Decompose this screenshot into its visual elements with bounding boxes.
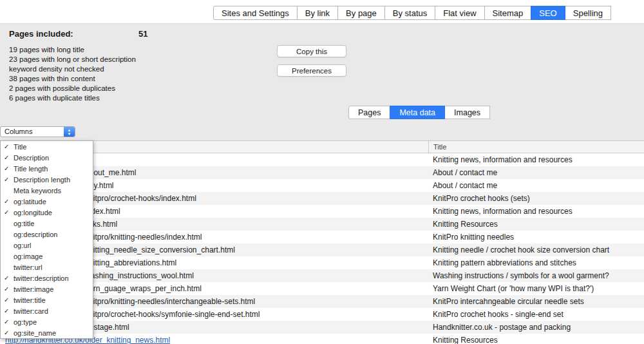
title-cell: KnitPro crochet hooks (sets): [428, 192, 644, 205]
columns-menu-item-label: twitter:image: [14, 285, 53, 293]
columns-menu-item[interactable]: ✓ Description: [1, 152, 93, 163]
result-view-segment[interactable]: Meta data: [390, 106, 445, 119]
table-row[interactable]: http://handknitter.co.uk/knitting_abbrev…: [0, 256, 644, 269]
top-tab[interactable]: Flat view: [435, 6, 484, 20]
columns-menu-item[interactable]: ✓ og:longitude: [1, 207, 93, 218]
top-tab[interactable]: Sites and Settings: [213, 6, 298, 20]
columns-menu-item[interactable]: ✓ twitter:card: [1, 305, 93, 316]
checkmark-icon: ✓: [1, 176, 14, 183]
top-tab[interactable]: By link: [297, 6, 338, 20]
title-cell: Handknitter.co.uk - postage and packing: [428, 321, 644, 334]
top-tab[interactable]: SEO: [531, 6, 565, 20]
table-row[interactable]: http://handknitter.co.uk/yarn_guage_wrap…: [0, 282, 644, 295]
table-row[interactable]: http://handknitter.co.uk/index.html Knit…: [0, 205, 644, 218]
columns-menu-item[interactable]: ✓ twitter:image: [1, 283, 93, 294]
summary-stat-line: keyword density not checked: [9, 64, 136, 74]
columns-menu-item[interactable]: ✓ og:latitude: [1, 196, 93, 207]
top-tab[interactable]: By status: [384, 6, 435, 20]
columns-menu-item[interactable]: og:title: [1, 218, 93, 229]
preferences-button[interactable]: Preferences: [277, 64, 346, 77]
title-cell: Knitting pattern abbreviations and stitc…: [428, 256, 644, 269]
title-cell: KnitPro intercahngeable circular needle …: [428, 295, 644, 308]
columns-menu-item[interactable]: Meta keywords: [1, 185, 93, 196]
columns-menu-item-label: og:type: [14, 318, 37, 326]
table-row[interactable]: http://handknitter.co.uk/knitpro/knittin…: [0, 295, 644, 308]
columns-popup-button[interactable]: Columns ▲ ▼: [0, 126, 75, 137]
columns-menu-item-label: twitter:description: [14, 274, 69, 282]
table-row[interactable]: http://handknitter.co.uk/knitpro/crochet…: [0, 192, 644, 205]
title-cell: Knitting news, information and resources: [428, 205, 644, 218]
result-view-segment[interactable]: Pages: [348, 106, 390, 119]
columns-menu-item-label: twitter:url: [14, 263, 43, 271]
top-tab[interactable]: Sitemap: [484, 6, 532, 20]
title-cell: About / contact me: [428, 179, 644, 192]
checkmark-icon: ✓: [1, 285, 14, 292]
columns-popup-label: Columns: [1, 127, 64, 137]
table-row[interactable]: http://handknitter.co.uk Knitting news, …: [0, 153, 644, 166]
columns-menu-item-label: og:title: [14, 220, 34, 227]
seo-audit-window: Sites and SettingsBy linkBy pageBy statu…: [0, 0, 644, 344]
checkmark-icon: ✓: [1, 165, 14, 172]
title-cell: Washing instructions / symbols for a woo…: [428, 269, 644, 282]
columns-menu-item[interactable]: twitter:url: [1, 262, 93, 272]
columns-menu-item[interactable]: ✓ twitter:description: [1, 272, 93, 283]
columns-menu-item-label: og:latitude: [14, 198, 46, 205]
columns-dropdown-menu: ✓ Title ✓ Description ✓ Title length ✓ D…: [0, 140, 93, 339]
title-cell: KnitPro knitting needles: [428, 231, 644, 244]
top-tab[interactable]: By page: [337, 6, 385, 20]
columns-menu-item-label: Description: [14, 154, 49, 162]
columns-menu-item[interactable]: og:description: [1, 229, 93, 240]
columns-menu-item-label: twitter:title: [14, 296, 46, 304]
summary-stat-line: 23 pages with long or short description: [9, 55, 136, 64]
checkmark-icon: ✓: [1, 307, 14, 314]
title-cell: Yarn Weight Chart (or 'how many WPI is t…: [428, 282, 644, 295]
columns-menu-item-label: Meta keywords: [14, 187, 61, 195]
copy-this-button[interactable]: Copy this: [277, 45, 346, 57]
summary-stat-line: 6 pages with duplicate titles: [9, 93, 136, 103]
columns-menu-item-label: Title length: [14, 165, 48, 173]
checkmark-icon: ✓: [1, 209, 14, 216]
title-cell: KnitPro crochet hooks - single-end set: [428, 308, 644, 321]
top-tab[interactable]: Spelling: [565, 6, 611, 20]
checkmark-icon: ✓: [1, 154, 14, 161]
columns-menu-item-label: twitter:card: [14, 307, 48, 315]
columns-menu-item[interactable]: og:url: [1, 240, 93, 251]
result-view-segmented-control: PagesMeta dataImages: [348, 106, 490, 119]
title-cell: Knitting needle / crochet hook size conv…: [428, 244, 644, 256]
table-row[interactable]: http://handknitter.co.uk/knitpro/crochet…: [0, 308, 644, 321]
columns-menu-item[interactable]: ✓ Title: [1, 141, 93, 152]
table-row[interactable]: http://handknitter.co.uk/postage.html Ha…: [0, 321, 644, 334]
columns-menu-item-label: og:description: [14, 231, 58, 238]
columns-menu-item-label: og:url: [14, 242, 32, 249]
table-row[interactable]: http://handknitter.co.uk/links.html Knit…: [0, 218, 644, 231]
summary-stats: 19 pages with long title23 pages with lo…: [9, 45, 136, 103]
checkmark-icon: ✓: [1, 318, 14, 325]
checkmark-icon: ✓: [1, 198, 14, 205]
columns-menu-item[interactable]: ✓ og:type: [1, 316, 93, 327]
columns-menu-item[interactable]: ✓ Title length: [1, 163, 93, 174]
table-row[interactable]: http://handknitter.co.uk/about_me.html A…: [0, 166, 644, 179]
table-row[interactable]: http://handknitter.co.uk/buy.html About …: [0, 179, 644, 192]
chevron-down-icon: ▼: [68, 132, 71, 136]
checkmark-icon: ✓: [1, 143, 14, 150]
result-view-segment[interactable]: Images: [444, 106, 490, 119]
columns-menu-item[interactable]: ✓ twitter:title: [1, 294, 93, 305]
summary-stat-line: 38 pages with thin content: [9, 74, 136, 84]
columns-menu-item[interactable]: ✓ Description length: [1, 174, 93, 185]
table-header: Title: [0, 140, 644, 153]
table-row[interactable]: http://handknitter.co.uk/older_knitting_…: [0, 334, 644, 344]
table-row[interactable]: http://handknitter.co.uk/knitpro/knittin…: [0, 231, 644, 244]
top-tab-bar: Sites and SettingsBy linkBy pageBy statu…: [213, 6, 611, 20]
checkmark-icon: ✓: [1, 274, 14, 282]
checkmark-icon: ✓: [1, 329, 14, 336]
table-row[interactable]: http://handknitter.co.uk/knitting_needle…: [0, 244, 644, 256]
title-column-header[interactable]: Title: [428, 141, 446, 153]
columns-menu-item[interactable]: ✓ og:site_name: [1, 327, 93, 338]
seo-summary-panel: Pages included: 51 19 pages with long ti…: [0, 23, 644, 140]
columns-menu-item-label: Description length: [14, 176, 70, 184]
columns-menu-item-label: og:site_name: [14, 329, 56, 337]
columns-menu-item[interactable]: og:image: [1, 251, 93, 262]
table-row[interactable]: http://handknitter.co.uk/washing_instruc…: [0, 269, 644, 282]
title-cell: Knitting news, information and resources: [428, 153, 644, 166]
popup-arrows-icon: ▲ ▼: [64, 127, 75, 137]
